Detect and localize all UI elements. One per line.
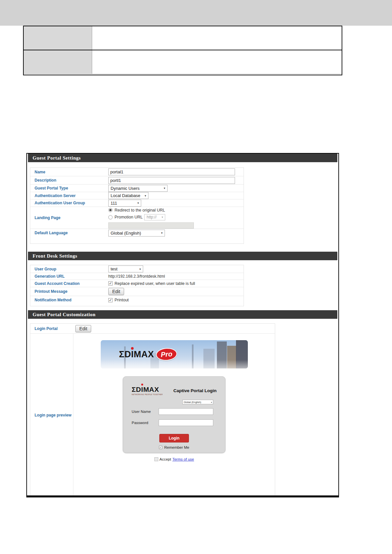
radio-unselected-icon[interactable] xyxy=(108,215,113,219)
section-header-guest-portal-settings: Guest Portal Settings xyxy=(28,154,337,162)
guest-portal-type-label: Guest Portal Type xyxy=(30,186,106,190)
captive-portal-login-title: Captive Portal Login xyxy=(173,388,217,393)
row-guest-account-creation: Guest Account Creation ✓ Replace expired… xyxy=(30,280,244,287)
preview-language-select[interactable]: Global (English) ▾ xyxy=(182,400,213,404)
description-input[interactable] xyxy=(108,177,235,184)
promotion-url-option[interactable]: Promotion URL http:// ▾ xyxy=(108,214,165,220)
section-title: Front Desk Settings xyxy=(33,253,77,259)
section-header-guest-portal-customization: Guest Portal Customization xyxy=(28,310,337,319)
name-input[interactable] xyxy=(108,168,235,175)
remember-me-checkbox[interactable]: ✓ xyxy=(159,446,162,449)
chevron-down-icon: ▾ xyxy=(144,194,146,197)
chevron-down-icon: ▾ xyxy=(162,215,163,219)
user-group-label: User Group xyxy=(30,267,106,271)
guest-account-creation-label: Guest Account Creation xyxy=(30,281,106,286)
portal-banner-image: ΣDIMAX Pro xyxy=(101,340,248,368)
page-top-margin-band xyxy=(0,0,392,26)
section-title: Guest Portal Customization xyxy=(33,312,95,317)
row-printout-message: Printout Message Edit xyxy=(30,287,244,296)
radio-selected-icon[interactable] xyxy=(108,208,113,212)
password-label: Password xyxy=(132,421,159,425)
brand-dot-icon xyxy=(131,347,134,350)
accept-label: Accept xyxy=(160,457,171,461)
edimax-tagline: NETWORKING PEOPLE TOGETHER xyxy=(132,394,163,395)
authentication-user-group-select[interactable]: 111 ▾ xyxy=(108,200,141,207)
name-label: Name xyxy=(30,170,106,174)
table-cell-header xyxy=(24,50,92,74)
generation-url-value: http://192.168.2.3/frontdesk.html xyxy=(108,274,165,279)
chevron-down-icon: ▾ xyxy=(139,267,141,271)
generation-url-label: Generation URL xyxy=(30,274,106,279)
default-language-select[interactable]: Global (English) ▾ xyxy=(108,230,165,237)
remember-me-label: Remember Me xyxy=(164,445,189,449)
selected-value: 111 xyxy=(111,201,117,206)
row-login-portal: Login Portal Edit xyxy=(30,324,275,334)
row-default-language: Default Language Global (English) ▾ xyxy=(30,229,244,237)
row-landing-page: Landing Page Redirect to the original UR… xyxy=(30,207,244,229)
checkbox-checked-icon[interactable]: ✓ xyxy=(108,281,113,286)
row-name: Name xyxy=(30,168,244,176)
edimax-pro-logo: ΣDIMAX Pro xyxy=(119,348,177,361)
table-cell-body xyxy=(92,50,342,74)
authentication-server-label: Authentication Server xyxy=(30,193,106,198)
terms-of-use-link[interactable]: Terms of use xyxy=(172,457,194,461)
authentication-server-select[interactable]: Local Database ▾ xyxy=(108,192,148,199)
front-desk-settings-panel: User Group test ▾ Generation URL http://… xyxy=(30,265,244,306)
chevron-down-icon: ▾ xyxy=(211,401,212,403)
reference-table xyxy=(23,26,342,75)
username-input[interactable] xyxy=(159,408,213,415)
login-portal-label: Login Portal xyxy=(30,326,73,331)
section-header-front-desk-settings: Front Desk Settings xyxy=(28,252,337,260)
login-button[interactable]: Login xyxy=(159,434,189,442)
checkbox-checked-icon[interactable]: ✓ xyxy=(108,298,113,302)
chevron-down-icon: ▾ xyxy=(137,201,139,205)
edimax-logo: ΣDIMAX NETWORKING PEOPLE TOGETHER xyxy=(132,386,163,395)
row-login-page-preview: Login page preview ΣDIMAX Pro xyxy=(30,334,275,497)
brand-dot-icon xyxy=(141,384,143,386)
section-title: Guest Portal Settings xyxy=(33,155,81,161)
row-user-group: User Group test ▾ xyxy=(30,265,244,273)
row-notification-method: Notification Method ✓ Printout xyxy=(30,296,244,304)
notification-method-label: Notification Method xyxy=(30,298,106,302)
login-page-preview-label: Login page preview xyxy=(30,334,73,497)
table-cell-body xyxy=(92,26,342,50)
table-cell-header xyxy=(24,26,92,50)
table-row xyxy=(24,50,342,74)
redirect-option[interactable]: Redirect to the original URL xyxy=(108,208,165,213)
captive-portal-login-card: ΣDIMAX NETWORKING PEOPLE TOGETHER Captiv… xyxy=(123,376,225,453)
pro-badge: Pro xyxy=(155,347,177,361)
row-generation-url: Generation URL http://192.168.2.3/frontd… xyxy=(30,273,244,280)
promotion-url-input[interactable] xyxy=(108,222,194,229)
selected-value: Global (English) xyxy=(111,231,141,236)
selected-value: Local Database xyxy=(111,193,140,198)
guest-portal-customization-panel: Login Portal Edit Login page preview xyxy=(30,323,275,497)
guest-portal-settings-screenshot: Guest Portal Settings Name Description G… xyxy=(26,153,339,497)
row-description: Description xyxy=(30,176,244,185)
url-scheme-select[interactable]: http:// ▾ xyxy=(144,214,165,220)
selected-value: test xyxy=(111,266,118,271)
password-input[interactable] xyxy=(159,419,213,426)
description-label: Description xyxy=(30,178,106,183)
printout-edit-button[interactable]: Edit xyxy=(108,288,124,295)
chevron-down-icon: ▾ xyxy=(161,231,163,235)
printout-message-label: Printout Message xyxy=(30,289,106,294)
accept-terms-checkbox[interactable] xyxy=(154,457,158,461)
username-label: User Name xyxy=(132,410,159,414)
guest-portal-type-select[interactable]: Dynamic Users ▾ xyxy=(108,185,168,192)
chevron-down-icon: ▾ xyxy=(164,187,165,190)
guest-portal-settings-panel: Name Description Guest Portal Type Dynam… xyxy=(30,167,244,244)
default-language-label: Default Language xyxy=(30,231,106,235)
authentication-user-group-label: Authentication User Group xyxy=(30,201,106,205)
login-page-preview: ΣDIMAX Pro ΣDIMAX NETWORKING PEOPLE TOGE… xyxy=(73,334,275,497)
login-portal-edit-button[interactable]: Edit xyxy=(75,325,91,332)
landing-page-label: Landing Page xyxy=(30,215,106,220)
selected-value: Dynamic Users xyxy=(111,186,140,191)
user-group-select[interactable]: test ▾ xyxy=(108,265,143,272)
table-row xyxy=(24,26,342,50)
